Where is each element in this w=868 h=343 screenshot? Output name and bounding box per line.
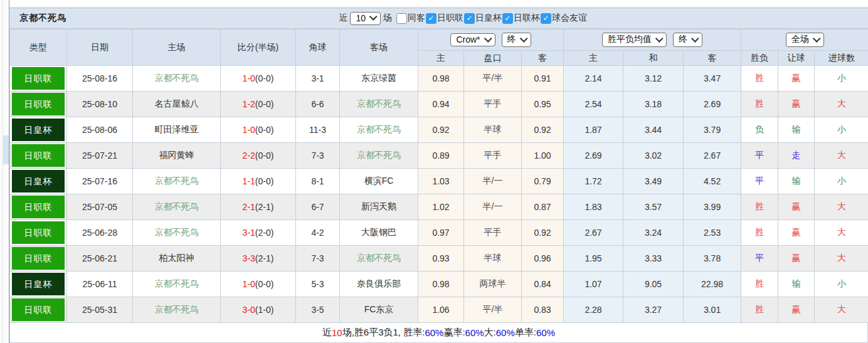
- score-cell: 1-0(0-0): [221, 117, 296, 143]
- league-type-badge: 日皇杯: [12, 170, 65, 193]
- home-team-cell: 名古屋鲸八: [133, 92, 221, 117]
- sub-header-mean-draw: 和: [623, 51, 684, 66]
- filter-checkbox[interactable]: ✓球会友谊: [541, 13, 587, 24]
- goals-result-cell: 小: [815, 117, 868, 143]
- handicap-result-cell: 输: [778, 169, 815, 194]
- checked-checkbox-icon[interactable]: ✓: [502, 13, 513, 24]
- match-row: 日职联25-07-05京都不死鸟2-1(2-1)6-7新泻天鹅1.02半/一0.…: [10, 194, 868, 220]
- mean-draw-cell: 3.27: [623, 297, 684, 323]
- handicap-cell: 半球: [464, 246, 522, 272]
- chevron-down-icon: [369, 13, 378, 21]
- summary-segment: 60%: [425, 327, 443, 338]
- chevron-down-icon: [813, 34, 821, 43]
- sub-header-goals: 进球数: [815, 51, 868, 66]
- match-row: 日职联25-08-16京都不死鸟1-0(0-0)3-1东京绿茵0.98平/半0.…: [10, 66, 868, 92]
- filter-checkbox[interactable]: 同客: [396, 13, 425, 24]
- away-team-cell: 京都不死鸟: [340, 246, 418, 272]
- odds-time-select[interactable]: 终: [502, 33, 531, 47]
- sub-header-crow-away: 客: [522, 51, 564, 66]
- checked-checkbox-icon[interactable]: ✓: [541, 13, 551, 24]
- mean-away-cell: 2.67: [684, 143, 741, 169]
- league-type-badge: 日职联: [12, 221, 65, 244]
- match-row: 日职联25-06-21柏太阳神3-3(2-1)7-3京都不死鸟0.93半球0.9…: [10, 246, 868, 272]
- mean-type-select[interactable]: 胜平负均值: [602, 33, 667, 47]
- crow-away-odds-cell: 0.96: [522, 246, 564, 272]
- checked-checkbox-icon[interactable]: ✓: [426, 13, 437, 24]
- crow-home-odds-cell: 0.93: [418, 246, 464, 272]
- col-header-score: 比分(半场): [221, 29, 296, 66]
- mean-home-cell: 1.72: [564, 169, 623, 194]
- crow-away-odds-cell: 0.92: [522, 117, 564, 143]
- crow-home-odds-cell: 1.03: [418, 169, 464, 194]
- mean-home-cell: 1.95: [564, 246, 623, 272]
- scope-select[interactable]: 全场: [786, 33, 824, 47]
- mean-draw-cell: 3.18: [623, 92, 684, 117]
- crow-home-odds-cell: 1.02: [418, 194, 464, 220]
- filter-checkbox[interactable]: ✓日皇杯: [464, 13, 502, 24]
- mean-away-cell: 4.52: [684, 169, 741, 194]
- mean-time-select[interactable]: 终: [673, 33, 702, 47]
- col-header-date: 日期: [67, 29, 133, 66]
- filter-checkbox[interactable]: ✓日联杯: [502, 13, 540, 24]
- mean-home-cell: 2.54: [564, 92, 623, 117]
- match-row: 日皇杯25-07-16京都不死鸟1-1(0-0)8-1横滨FC1.03半/一0.…: [10, 169, 868, 194]
- score-cell: 3-3(2-1): [221, 246, 296, 272]
- mean-home-cell: 2.67: [564, 220, 623, 246]
- handicap-cell: 半/一: [464, 169, 522, 194]
- home-team-cell: 京都不死鸟: [133, 66, 221, 92]
- handicap-cell: 平手: [464, 220, 522, 246]
- home-team-cell: 柏太阳神: [133, 246, 221, 272]
- mean-home-cell: 2.14: [564, 66, 623, 92]
- mean-away-cell: 3.01: [684, 297, 741, 323]
- result-cell: 平: [741, 143, 778, 169]
- scope-group-header: 全场: [741, 29, 868, 51]
- score-cell: 1-0(0-0): [221, 272, 296, 297]
- summary-segment: 场,胜6平3负1, 胜率:: [342, 327, 425, 339]
- home-team-cell: 京都不死鸟: [133, 169, 221, 194]
- sub-header-mean-home: 主: [564, 51, 623, 66]
- mean-away-cell: 22.98: [684, 272, 741, 297]
- result-cell: 胜: [741, 220, 778, 246]
- goals-result-cell: 小: [815, 272, 868, 297]
- result-cell: 胜: [741, 297, 778, 323]
- col-header-type: 类型: [10, 29, 67, 66]
- date-cell: 25-05-31: [67, 297, 133, 323]
- score-cell: 1-0(0-0): [221, 66, 296, 92]
- sub-header-crow-home: 主: [418, 51, 464, 66]
- corners-cell: 6-7: [296, 194, 340, 220]
- date-cell: 25-06-28: [67, 220, 133, 246]
- type-cell: 日职联: [10, 297, 67, 323]
- type-cell: 日职联: [10, 66, 67, 92]
- league-type-badge: 日职联: [12, 67, 65, 90]
- date-cell: 25-06-21: [67, 246, 133, 272]
- type-cell: 日职联: [10, 194, 67, 220]
- type-cell: 日皇杯: [10, 272, 67, 297]
- league-type-badge: 日职联: [12, 247, 65, 270]
- match-row: 日皇杯25-08-06町田泽维亚1-0(0-0)11-3京都不死鸟0.92半球0…: [10, 117, 868, 143]
- recent-count-select[interactable]: 10: [350, 12, 381, 25]
- match-row: 日职联25-05-31京都不死鸟3-0(1-0)3-5FC东京1.06平/半0.…: [10, 297, 868, 323]
- filter-checkbox-label: 日联杯: [514, 13, 540, 24]
- mean-away-cell: 2.69: [684, 92, 741, 117]
- crow-home-odds-cell: 0.97: [418, 220, 464, 246]
- date-cell: 25-08-16: [67, 66, 133, 92]
- halftime-score: (0-0): [255, 73, 274, 83]
- handicap-cell: 平/半: [464, 66, 522, 92]
- type-cell: 日皇杯: [10, 169, 67, 194]
- checked-checkbox-icon[interactable]: ✓: [464, 13, 475, 24]
- mean-draw-cell: 3.44: [623, 117, 684, 143]
- mean-home-cell: 1.83: [564, 194, 623, 220]
- panel-border-top: [9, 0, 9, 8]
- score-cell: 3-0(1-0): [221, 297, 296, 323]
- date-cell: 25-07-21: [67, 143, 133, 169]
- sub-header-mean-away: 客: [684, 51, 741, 66]
- filter-checkbox[interactable]: ✓日职联: [426, 13, 463, 24]
- handicap-result-cell: 输: [778, 117, 815, 143]
- unchecked-checkbox-icon[interactable]: [396, 13, 407, 24]
- sidebar-highlight: [3, 135, 9, 164]
- home-team-cell: 福冈黄蜂: [133, 143, 221, 169]
- match-row: 日皇杯25-06-11京都不死鸟1-0(0-0)5-3奈良俱乐部0.98两球半0…: [10, 272, 868, 297]
- mean-away-cell: 3.78: [684, 246, 741, 272]
- halftime-score: (0-0): [255, 279, 274, 289]
- odds-company-select[interactable]: Crow*: [450, 33, 495, 46]
